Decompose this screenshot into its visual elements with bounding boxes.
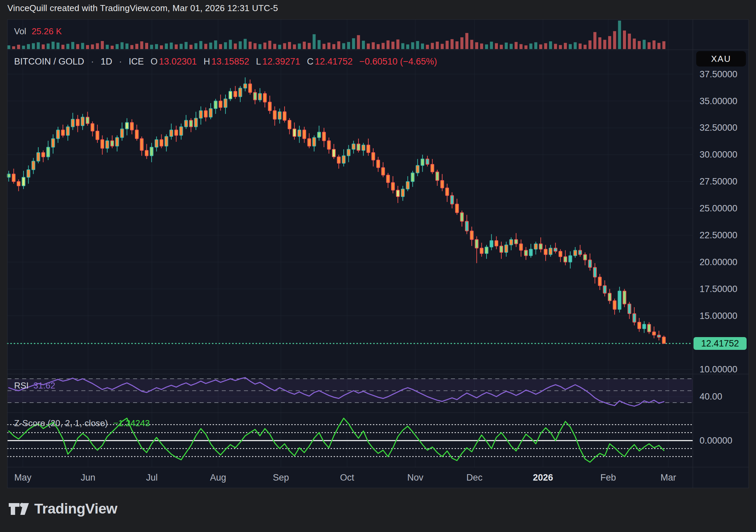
tradingview-snapshot: { "attribution": "VinceQuill created wit… xyxy=(0,0,756,532)
volume-bar xyxy=(633,39,636,49)
candle-body xyxy=(480,248,483,253)
candle-body xyxy=(249,84,252,92)
volume-bar xyxy=(332,44,335,49)
rsi-title[interactable]: RSI xyxy=(14,380,29,391)
candle-body xyxy=(204,111,207,117)
candle-body xyxy=(475,240,478,248)
candle-body xyxy=(623,291,626,304)
volume-bar xyxy=(71,42,74,49)
zscore-title[interactable]: Z-Score (20, 2, 1, close) xyxy=(14,418,108,428)
candle-body xyxy=(662,337,665,343)
candle-body xyxy=(229,91,232,99)
candle-body xyxy=(416,165,419,173)
volume-bar xyxy=(514,42,517,49)
candle-body xyxy=(254,92,257,100)
volume-bar xyxy=(446,41,449,49)
low-readout: L 12.39271 xyxy=(256,56,300,67)
volume-bar xyxy=(312,34,316,49)
candle-body xyxy=(574,250,577,256)
ticker-header: BITCOIN / GOLD · 1D · ICE O 13.02301 H 1… xyxy=(14,56,437,67)
candle-body xyxy=(647,324,650,332)
candle-body xyxy=(234,91,237,97)
candle-body xyxy=(628,304,631,314)
volume-bar xyxy=(386,40,389,49)
volume-bar xyxy=(431,43,434,49)
candle-body xyxy=(411,173,414,182)
candle-body xyxy=(347,149,350,156)
volume-bar xyxy=(593,32,596,49)
volume-bar xyxy=(199,41,202,49)
price-unit-badge[interactable]: XAU xyxy=(696,51,746,67)
last-price-badge: 12.41752 xyxy=(694,337,747,350)
volume-bar xyxy=(111,46,114,49)
candle-body xyxy=(130,122,133,130)
candle-body xyxy=(524,250,528,256)
volume-bar xyxy=(224,42,227,49)
candle-body xyxy=(7,174,10,177)
volume-bar xyxy=(180,44,183,49)
candle-body xyxy=(111,141,114,146)
rsi-legend: RSI 31.62 xyxy=(14,380,55,391)
candle-body xyxy=(47,147,50,157)
candle-body xyxy=(544,249,547,254)
volume-bar xyxy=(342,43,345,49)
candle-body xyxy=(17,181,20,186)
candle-body xyxy=(116,137,119,146)
candle-body xyxy=(101,140,104,149)
time-tick-month: Feb xyxy=(600,473,616,483)
candle-body xyxy=(91,124,94,131)
volume-bar xyxy=(613,31,616,49)
candle-body xyxy=(268,102,271,111)
candle-body xyxy=(608,293,611,300)
volume-bar xyxy=(519,44,522,49)
candle-body xyxy=(569,256,572,262)
volume-bar xyxy=(327,43,330,49)
volume-bar xyxy=(165,43,168,49)
interval-label[interactable]: 1D xyxy=(101,56,113,67)
candle-body xyxy=(125,122,128,129)
tradingview-logo-icon xyxy=(8,501,30,517)
candle-body xyxy=(446,188,449,195)
volume-bar xyxy=(239,41,242,49)
chart-canvas[interactable] xyxy=(0,0,756,532)
volume-bar xyxy=(475,42,478,49)
volume-bar xyxy=(524,45,528,49)
volume-bar xyxy=(190,45,193,49)
volume-bar xyxy=(647,42,650,49)
candle-body xyxy=(357,144,360,150)
candle-body xyxy=(658,335,661,337)
volume-bar xyxy=(480,43,483,49)
candle-body xyxy=(66,127,69,135)
volume-bar xyxy=(352,38,355,49)
zscore-scale-tick: 0.00000 xyxy=(700,436,732,446)
volume-bar xyxy=(17,45,20,49)
candle-body xyxy=(362,145,365,151)
candle-body xyxy=(514,240,517,244)
candle-body xyxy=(239,88,242,97)
volume-bar xyxy=(318,40,321,49)
candle-body xyxy=(549,248,552,254)
candle-body xyxy=(426,159,429,164)
candle-body xyxy=(598,277,601,286)
candle-body xyxy=(495,241,498,246)
time-tick-month: Mar xyxy=(661,473,676,483)
tradingview-logo[interactable]: TradingView xyxy=(8,500,117,517)
candle-body xyxy=(308,138,311,146)
candle-body xyxy=(170,130,173,136)
candle-body xyxy=(214,101,217,109)
symbol-name[interactable]: BITCOIN / GOLD xyxy=(14,56,84,67)
volume-bar xyxy=(268,41,271,49)
volume-bar xyxy=(411,42,414,49)
volume-bar xyxy=(456,41,459,49)
candle-body xyxy=(470,231,473,240)
candle-body xyxy=(155,140,158,147)
volume-bar xyxy=(534,42,537,49)
volume-bar xyxy=(603,40,606,49)
volume-bar xyxy=(234,43,237,49)
candle-body xyxy=(293,129,296,136)
price-tick-label: 35.00000 xyxy=(700,96,738,106)
candle-body xyxy=(106,141,109,148)
volume-bar xyxy=(584,45,587,49)
candle-body xyxy=(199,111,202,118)
candle-body xyxy=(184,120,187,127)
